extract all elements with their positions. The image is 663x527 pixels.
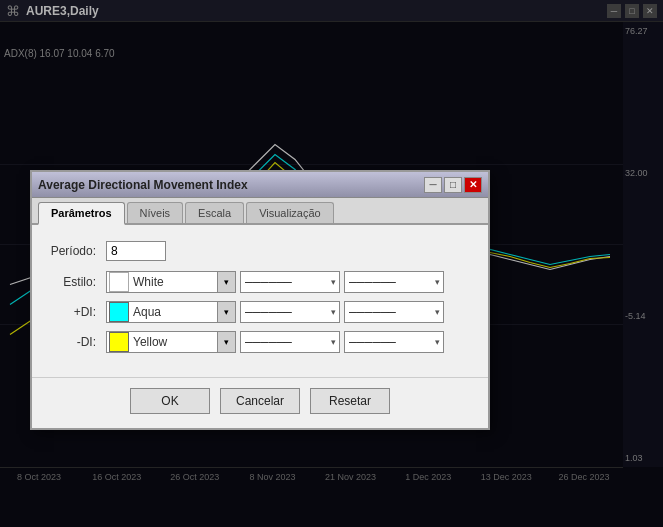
minus-di-line-style-wrapper: ────── - - - - (240, 331, 340, 353)
plus-di-color-label: Aqua (133, 305, 217, 319)
dialog-body: Período: Estilo: White ▾ ────── - - - - … (32, 225, 488, 377)
plus-di-line-style-select[interactable]: ────── - - - - (240, 301, 340, 323)
estilo-line-width-wrapper: ────── ━━━━━ (344, 271, 444, 293)
dialog-average-directional-movement: Average Directional Movement Index ─ □ ✕… (30, 170, 490, 430)
estilo-label: Estilo: (46, 275, 96, 289)
dialog-footer: OK Cancelar Resetar (32, 377, 488, 428)
tab-escala[interactable]: Escala (185, 202, 244, 223)
plus-di-label: +DI: (46, 305, 96, 319)
dialog-tabs: Parâmetros Níveis Escala Visualização (32, 198, 488, 225)
minus-di-line-width-wrapper: ────── ━━━━━ (344, 331, 444, 353)
minus-di-color-dropdown[interactable]: ▾ (217, 332, 235, 352)
plus-di-line-style-wrapper: ────── - - - - (240, 301, 340, 323)
cancel-button[interactable]: Cancelar (220, 388, 300, 414)
plus-di-line-width-select[interactable]: ────── ━━━━━ (344, 301, 444, 323)
plus-di-row: +DI: Aqua ▾ ────── - - - - ────── ━━━━━ (46, 301, 474, 323)
estilo-line-style-wrapper: ────── - - - - ······· (240, 271, 340, 293)
plus-di-color-box (109, 302, 129, 322)
minus-di-label: -DI: (46, 335, 96, 349)
plus-di-color-dropdown[interactable]: ▾ (217, 302, 235, 322)
periodo-input[interactable] (106, 241, 166, 261)
minus-di-color-label: Yellow (133, 335, 217, 349)
estilo-row: Estilo: White ▾ ────── - - - - ······· ─… (46, 271, 474, 293)
tab-parametros[interactable]: Parâmetros (38, 202, 125, 225)
minus-di-line-width-select[interactable]: ────── ━━━━━ (344, 331, 444, 353)
minus-di-color-picker[interactable]: Yellow ▾ (106, 331, 236, 353)
minus-di-row: -DI: Yellow ▾ ────── - - - - ────── ━━━━… (46, 331, 474, 353)
dialog-close-button[interactable]: ✕ (464, 177, 482, 193)
dialog-minimize-button[interactable]: ─ (424, 177, 442, 193)
estilo-line-style-select[interactable]: ────── - - - - ······· (240, 271, 340, 293)
dialog-title: Average Directional Movement Index (38, 178, 422, 192)
plus-di-color-picker[interactable]: Aqua ▾ (106, 301, 236, 323)
minus-di-color-box (109, 332, 129, 352)
estilo-color-box (109, 272, 129, 292)
minus-di-line-style-select[interactable]: ────── - - - - (240, 331, 340, 353)
estilo-color-picker[interactable]: White ▾ (106, 271, 236, 293)
periodo-row: Período: (46, 241, 474, 261)
plus-di-line-width-wrapper: ────── ━━━━━ (344, 301, 444, 323)
periodo-label: Período: (46, 244, 96, 258)
estilo-line-width-select[interactable]: ────── ━━━━━ (344, 271, 444, 293)
tab-niveis[interactable]: Níveis (127, 202, 184, 223)
dialog-titlebar: Average Directional Movement Index ─ □ ✕ (32, 172, 488, 198)
ok-button[interactable]: OK (130, 388, 210, 414)
dialog-maximize-button[interactable]: □ (444, 177, 462, 193)
estilo-color-label: White (133, 275, 217, 289)
reset-button[interactable]: Resetar (310, 388, 390, 414)
tab-visualizacao[interactable]: Visualização (246, 202, 334, 223)
estilo-color-dropdown[interactable]: ▾ (217, 272, 235, 292)
